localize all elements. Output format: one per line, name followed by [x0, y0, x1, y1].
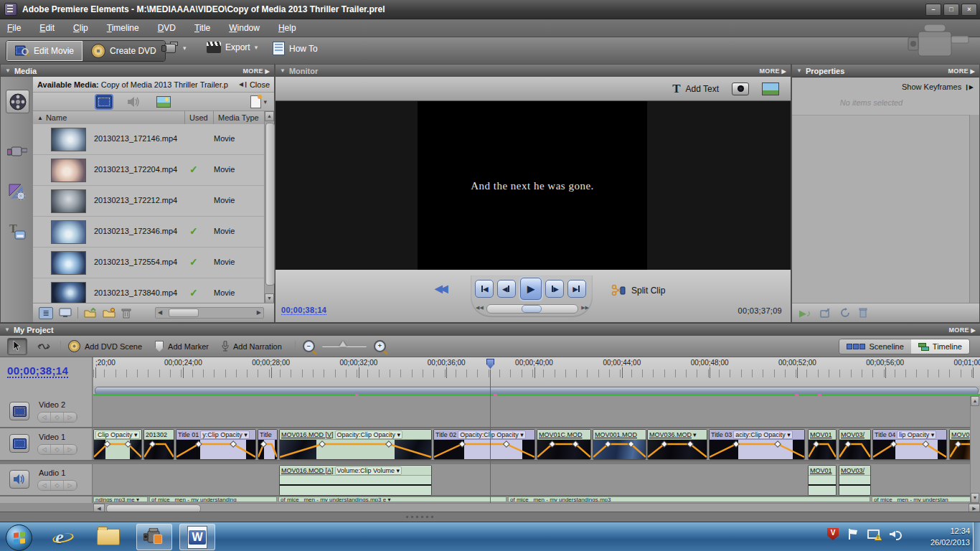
antivirus-tray-icon[interactable]: V — [827, 528, 839, 540]
menu-clip[interactable]: Clip — [73, 23, 88, 33]
filter-audio-icon[interactable] — [128, 96, 141, 108]
timeline-clip-title[interactable]: Title 02Opacity:Clip Opacity ▾ — [433, 429, 535, 460]
zoom-out-icon[interactable]: – — [303, 340, 315, 352]
sceneline-button[interactable]: Sceneline — [839, 339, 911, 354]
media-item-row[interactable]: 20130213_172554.mp4✓Movie — [33, 248, 265, 278]
volume-line[interactable] — [809, 484, 836, 486]
add-marker-button[interactable]: Add Marker — [155, 341, 209, 352]
new-item-button[interactable]: ▾ — [250, 95, 267, 108]
add-dvd-scene-button[interactable]: Add DVD Scene — [68, 340, 142, 352]
start-button[interactable] — [6, 524, 32, 551]
timeline-vertical-scrollbar[interactable]: ▲ ▼ — [970, 396, 980, 503]
preview-view-icon[interactable] — [59, 308, 72, 318]
media-item-row[interactable]: 20130213_172346.mp4✓Movie — [33, 217, 265, 248]
my-project-header[interactable]: ▼ My Project MORE ▶ — [0, 324, 980, 336]
media-more-button[interactable]: MORE ▶ — [243, 67, 270, 75]
freeze-frame-icon[interactable] — [732, 83, 749, 95]
next-edit-button[interactable]: ▶ — [567, 280, 586, 298]
monitor-more-button[interactable]: MORE ▶ — [760, 67, 786, 75]
track-nav-buttons[interactable]: ◁◇▷ — [37, 412, 77, 423]
media-item-row[interactable]: 20130213_172146.mp4Movie — [33, 124, 265, 155]
windows-explorer-button[interactable] — [90, 524, 126, 550]
chevron-down-icon[interactable]: ▾ — [693, 431, 697, 438]
track-audio1-body[interactable]: MOV016.MOD [A]Volume:Clip Volume ▾MOV01M… — [93, 464, 980, 495]
scroll-up-icon[interactable]: ▲ — [265, 111, 274, 121]
soundtrack-clip[interactable]: ndings mp3 me ▾ — [93, 496, 148, 502]
shuttle-thumb[interactable] — [522, 305, 542, 313]
show-keyframes-button[interactable]: Show Keyframes ❙▶ — [902, 83, 974, 91]
timeline-current-timecode[interactable]: 00;00;38;14 — [7, 364, 68, 378]
add-narration-button[interactable]: Add Narration — [222, 341, 282, 352]
collapse-icon[interactable]: ▼ — [280, 67, 286, 74]
timeline-clip-video[interactable]: MOV01C.MOD — [537, 429, 591, 460]
track-audio2-body[interactable]: ndings mp3 me ▾of mice_ men - my underst… — [93, 496, 980, 503]
edit-movie-button[interactable]: Edit Movie — [6, 41, 83, 61]
shuttle-slider[interactable]: ◀◀ ▶▶ — [486, 304, 578, 314]
create-dvd-button[interactable]: Create DVD — [83, 41, 165, 61]
minimize-button[interactable]: – — [925, 4, 941, 16]
soundtrack-clip[interactable]: of mice_ men - my understandings.mp3 — [508, 496, 870, 502]
timeline-clip-title[interactable]: Title 03acity:Clip Opacity ▾ — [709, 429, 805, 460]
media-item-row[interactable]: 20130213_172204.mp4✓Movie — [33, 155, 265, 186]
close-available-media-button[interactable]: ◀❙ Close — [239, 80, 270, 89]
filter-video-icon[interactable] — [96, 95, 112, 108]
timeline-clip-video[interactable]: 201302 — [143, 429, 174, 460]
internet-explorer-button[interactable]: e — [42, 524, 77, 550]
video-preview[interactable]: And the next he was gone. — [418, 101, 647, 271]
step-forward-button[interactable]: ▶ — [545, 280, 564, 298]
maximize-button[interactable]: □ — [943, 4, 959, 16]
scrollbar-thumb[interactable] — [265, 123, 275, 286]
zoom-in-icon[interactable]: + — [374, 340, 386, 352]
timeline-clip-video[interactable]: MOV001.MOD — [593, 429, 646, 460]
timeline-clip-audio[interactable]: MOV01 — [808, 465, 837, 496]
clip-property-dropdown[interactable]: acity:Clip Opacity ▾ — [733, 430, 793, 439]
trash-icon[interactable] — [121, 308, 131, 319]
selection-tool-button[interactable] — [7, 338, 27, 355]
titles-icon[interactable]: T — [6, 220, 28, 242]
clip-property-dropdown[interactable]: Volume:Clip Volume ▾ — [335, 466, 402, 475]
clip-property-dropdown[interactable]: Clip Opacity ▾ — [95, 430, 140, 439]
volume-line[interactable] — [839, 484, 870, 486]
video-track-icon[interactable] — [9, 434, 29, 453]
track-video1-body[interactable]: Clip Opacity ▾201302Title 01y:Clip Opaci… — [93, 428, 980, 460]
scroll-down-icon[interactable]: ▼ — [971, 493, 979, 503]
time-stretch-tool-button[interactable] — [34, 339, 53, 354]
action-center-icon[interactable] — [848, 529, 858, 540]
collapse-icon[interactable]: ▼ — [5, 67, 11, 74]
close-button[interactable]: × — [961, 4, 977, 16]
media-item-row[interactable]: 20130213_173840.mp4✓Movie — [33, 278, 265, 303]
scroll-up-icon[interactable]: ▲ — [971, 396, 979, 406]
column-header-name[interactable]: ▲ Name — [33, 111, 185, 124]
volume-icon[interactable] — [890, 529, 901, 540]
scroll-left-icon[interactable]: ◀ — [158, 309, 162, 316]
current-timecode[interactable]: 00;00;38;14 — [281, 306, 326, 315]
timeline-clip-video[interactable]: MOV01 — [808, 429, 837, 460]
soundtrack-clip[interactable]: of mice_ men - my understan — [872, 496, 980, 502]
media-panel-header[interactable]: ▼ Media MORE ▶ — [1, 65, 274, 77]
menu-edit[interactable]: Edit — [39, 23, 55, 33]
network-status-icon[interactable] — [867, 529, 880, 540]
menu-help[interactable]: Help — [278, 23, 296, 33]
column-header-used[interactable]: Used — [185, 111, 214, 124]
media-horizontal-scrollbar[interactable]: ◀ ▶ — [155, 307, 264, 319]
previous-edit-button[interactable]: ◀ — [475, 280, 494, 298]
properties-scrollbar[interactable] — [969, 115, 979, 303]
scroll-down-icon[interactable]: ▼ — [265, 293, 274, 303]
collapse-icon[interactable]: ▼ — [796, 67, 802, 74]
zoom-slider-thumb[interactable] — [339, 341, 347, 347]
list-view-icon[interactable]: ≣ — [39, 307, 53, 319]
collapse-icon[interactable]: ▼ — [4, 326, 10, 333]
video-track-icon[interactable] — [9, 402, 29, 420]
media-reel-icon[interactable] — [6, 90, 29, 113]
timeline-clip-audio[interactable]: MOV03/ — [839, 465, 871, 496]
menu-file[interactable]: File — [7, 23, 21, 33]
volume-line[interactable] — [280, 484, 431, 486]
step-back-button[interactable]: ◀ — [497, 280, 516, 298]
timeline-clip-video[interactable]: MOV03/ — [839, 429, 871, 460]
how-to-button[interactable]: How To — [273, 42, 318, 55]
filter-image-icon[interactable] — [156, 96, 171, 108]
soundtrack-clip[interactable]: of mice_ men - my understandings.mp3 e ▾ — [278, 496, 507, 502]
track-video2-body[interactable] — [93, 396, 980, 427]
timeline-button[interactable]: Timeline — [911, 339, 969, 354]
media-vertical-scrollbar[interactable]: ▲ ▼ — [264, 111, 274, 303]
